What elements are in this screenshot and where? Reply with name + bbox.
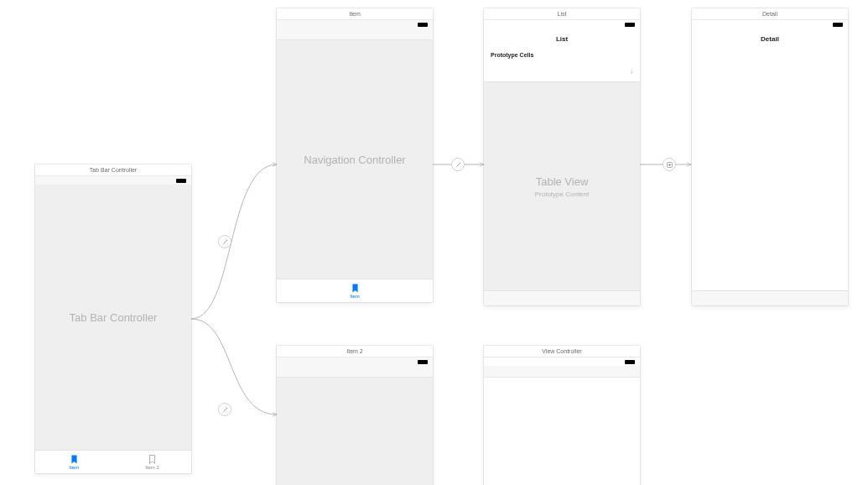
battery-icon bbox=[833, 23, 843, 27]
toolbar-placeholder bbox=[484, 290, 640, 305]
battery-icon bbox=[418, 360, 428, 364]
scene-item-nav[interactable]: Item Navigation Controller Item bbox=[277, 8, 433, 302]
status-bar bbox=[277, 20, 433, 29]
scene-title: Tab Bar Controller bbox=[35, 164, 191, 176]
segue-relationship-icon[interactable] bbox=[451, 158, 465, 171]
disclosure-indicator-icon: › bbox=[630, 66, 633, 76]
scene-detail[interactable]: Detail Detail bbox=[692, 8, 848, 305]
tab-label: Item bbox=[350, 294, 360, 299]
storyboard-canvas[interactable]: Tab Bar Controller Tab Bar Controller It… bbox=[0, 0, 868, 485]
status-bar bbox=[35, 176, 191, 185]
nav-bar: List bbox=[484, 29, 640, 49]
tab-item-1[interactable]: Item bbox=[277, 279, 433, 302]
prototype-cell[interactable]: › bbox=[484, 60, 640, 82]
segue-show-icon[interactable] bbox=[663, 158, 676, 171]
controller-body: Navigation Controller bbox=[277, 40, 433, 279]
segue-relationship-icon[interactable] bbox=[218, 403, 231, 416]
status-bar bbox=[484, 20, 640, 29]
bookmark-icon bbox=[70, 455, 78, 464]
scene-tabbar-controller[interactable]: Tab Bar Controller Tab Bar Controller It… bbox=[35, 164, 191, 473]
battery-icon bbox=[418, 23, 428, 27]
tab-label: Item bbox=[70, 465, 80, 470]
controller-body bbox=[484, 378, 640, 485]
placeholder-label: Tab Bar Controller bbox=[35, 185, 191, 450]
nav-bar-empty bbox=[484, 366, 640, 378]
bookmark-icon bbox=[148, 455, 156, 464]
status-bar bbox=[484, 357, 640, 366]
battery-icon bbox=[625, 360, 635, 364]
scene-title: Item 2 bbox=[277, 346, 433, 357]
status-bar bbox=[277, 357, 433, 366]
tab-label: Item 2 bbox=[145, 465, 159, 470]
nav-title: Detail bbox=[761, 35, 779, 43]
battery-icon bbox=[625, 23, 635, 27]
battery-icon bbox=[176, 179, 186, 183]
controller-body: Tab Bar Controller bbox=[35, 185, 191, 450]
scene-title: Detail bbox=[692, 8, 848, 20]
scene-title: List bbox=[484, 8, 640, 20]
bookmark-icon bbox=[351, 284, 359, 293]
nav-bar-empty bbox=[277, 366, 433, 378]
controller-body bbox=[692, 49, 848, 290]
svg-rect-1 bbox=[668, 164, 670, 165]
nav-title: List bbox=[556, 35, 568, 43]
tab-bar: Item bbox=[277, 279, 433, 302]
nav-bar: Detail bbox=[692, 29, 848, 49]
placeholder-label: Navigation Controller bbox=[277, 40, 433, 279]
tab-item-2[interactable]: Item 2 bbox=[113, 451, 191, 473]
scene-title: View Controller bbox=[484, 346, 640, 357]
placeholder-label: Table View Prototype Content bbox=[484, 82, 640, 290]
scene-item2[interactable]: Item 2 bbox=[277, 346, 433, 485]
status-bar bbox=[692, 20, 848, 29]
nav-bar-empty bbox=[277, 29, 433, 40]
tab-bar: Item Item 2 bbox=[35, 450, 191, 473]
segue-relationship-icon[interactable] bbox=[218, 235, 231, 248]
tab-item-1[interactable]: Item bbox=[35, 451, 113, 473]
table-section-header: Prototype Cells bbox=[484, 49, 640, 60]
table-body: Table View Prototype Content bbox=[484, 82, 640, 290]
scene-view-controller[interactable]: View Controller bbox=[484, 346, 640, 485]
toolbar-placeholder bbox=[692, 290, 848, 305]
scene-list[interactable]: List List Prototype Cells › Table View P… bbox=[484, 8, 640, 305]
scene-title: Item bbox=[277, 8, 433, 20]
controller-body bbox=[277, 378, 433, 485]
